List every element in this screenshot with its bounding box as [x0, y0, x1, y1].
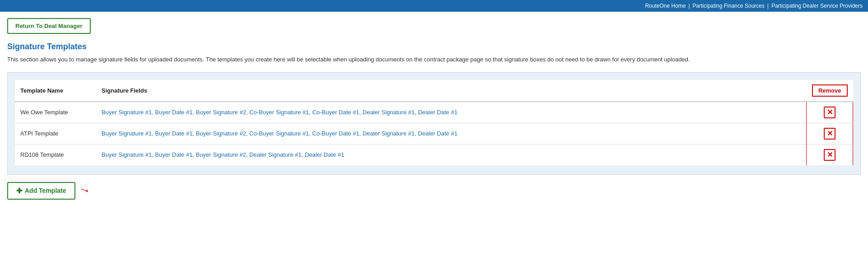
page-description: This section allows you to manage signat…: [7, 55, 861, 64]
annotation-arrow: ←: [76, 182, 93, 200]
top-nav-bar: RouteOne Home | Participating Finance So…: [0, 0, 868, 12]
nav-home-link[interactable]: RouteOne Home: [645, 3, 686, 9]
nav-separator-2: |: [767, 3, 769, 9]
add-template-button[interactable]: ✚ Add Template: [7, 182, 75, 200]
add-template-label: Add Template: [25, 187, 66, 194]
remove-header-box: Remove: [812, 84, 848, 97]
table-row: ATPI TemplateBuyer Signature #1, Buyer D…: [15, 123, 853, 144]
templates-table-container: Template Name Signature Fields Remove We…: [7, 72, 861, 175]
signature-fields-cell: Buyer Signature #1, Buyer Date #1, Buyer…: [96, 123, 807, 144]
signature-fields-cell: Buyer Signature #1, Buyer Date #1, Buyer…: [96, 144, 807, 165]
nav-finance-sources-link[interactable]: Participating Finance Sources: [692, 3, 764, 9]
remove-cell: ✕: [807, 144, 853, 165]
template-name-cell: ATPI Template: [15, 123, 96, 144]
table-row: RD108 TemplateBuyer Signature #1, Buyer …: [15, 144, 853, 165]
remove-cell: ✕: [807, 102, 853, 123]
template-name-cell: RD108 Template: [15, 144, 96, 165]
remove-button[interactable]: ✕: [824, 149, 836, 161]
template-name-cell: We Owe Template: [15, 102, 96, 123]
templates-table: Template Name Signature Fields Remove We…: [15, 80, 853, 165]
page-title: Signature Templates: [7, 42, 861, 51]
add-template-area: ✚ Add Template ←: [7, 182, 861, 200]
signature-fields-cell: Buyer Signature #1, Buyer Date #1, Buyer…: [96, 102, 807, 123]
header-template-name: Template Name: [15, 80, 96, 102]
plus-icon: ✚: [16, 187, 22, 195]
remove-cell: ✕: [807, 123, 853, 144]
return-to-deal-manager-button[interactable]: Return To Deal Manager: [7, 18, 91, 34]
nav-separator-1: |: [688, 3, 690, 9]
main-content: Return To Deal Manager Signature Templat…: [0, 12, 868, 206]
header-remove: Remove: [807, 80, 853, 102]
remove-button[interactable]: ✕: [824, 128, 836, 140]
nav-dealer-services-link[interactable]: Participating Dealer Service Providers: [771, 3, 863, 9]
table-header-row: Template Name Signature Fields Remove: [15, 80, 853, 102]
remove-button[interactable]: ✕: [824, 107, 836, 118]
header-signature-fields: Signature Fields: [96, 80, 807, 102]
table-row: We Owe TemplateBuyer Signature #1, Buyer…: [15, 102, 853, 123]
